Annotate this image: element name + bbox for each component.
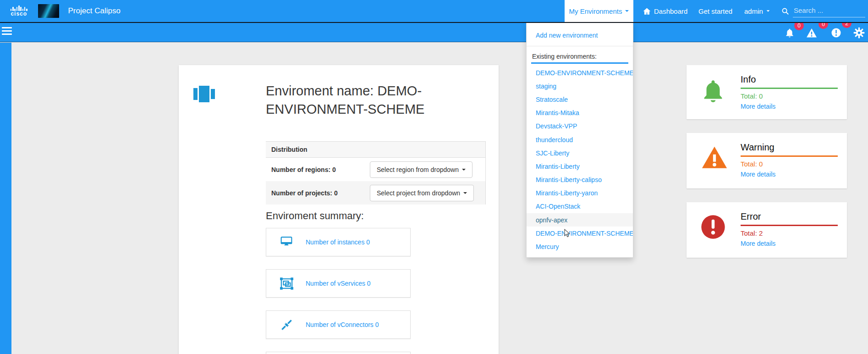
environment-item[interactable]: ACI-OpenStack bbox=[527, 200, 633, 213]
settings-gear-icon[interactable] bbox=[853, 27, 865, 40]
error-card-total: Total: 2 bbox=[741, 229, 838, 237]
nav-dashboard-link[interactable]: Dashboard bbox=[643, 0, 687, 22]
environments-dropdown-menu: Add new environment Existing environment… bbox=[526, 23, 633, 258]
environment-item[interactable]: Mirantis-Liberty bbox=[527, 160, 633, 173]
dropdown-header-rule bbox=[531, 62, 628, 64]
caret-down-icon bbox=[625, 10, 629, 12]
environment-item[interactable]: Devstack-VPP bbox=[527, 120, 633, 133]
caret-down-icon bbox=[462, 169, 466, 171]
existing-environments-header: Existing environments: bbox=[527, 50, 633, 62]
errors-circle-icon[interactable] bbox=[831, 28, 841, 40]
nav-admin-label: admin bbox=[744, 7, 763, 15]
nav-dashboard-label: Dashboard bbox=[654, 7, 687, 15]
regions-label: Number of regions: 0 bbox=[271, 166, 370, 173]
vconnectors-summary-card[interactable]: Number of vConnectors 0 bbox=[266, 310, 411, 339]
select-region-dropdown-button[interactable]: Select region from dropdown bbox=[370, 161, 472, 178]
warning-card-total: Total: 0 bbox=[741, 160, 838, 168]
environment-item-hovered[interactable]: opnfv-apex bbox=[527, 213, 633, 227]
error-circle-icon bbox=[700, 211, 741, 249]
info-card-title: Info bbox=[741, 74, 838, 89]
select-project-label: Select project from dropdown bbox=[377, 189, 460, 197]
dropdown-divider bbox=[527, 46, 633, 46]
warning-card-title: Warning bbox=[741, 142, 838, 157]
info-card: Info Total: 0 More details bbox=[687, 65, 847, 119]
caret-down-icon bbox=[766, 10, 769, 11]
info-more-details-link[interactable]: More details bbox=[741, 103, 838, 110]
error-more-details-link[interactable]: More details bbox=[741, 240, 838, 247]
brand-thumbnail bbox=[38, 4, 59, 18]
environment-item[interactable]: staging bbox=[527, 79, 633, 93]
instances-monitor-icon bbox=[278, 236, 295, 248]
vconnectors-link[interactable]: Number of vConnectors 0 bbox=[306, 321, 379, 328]
environment-summary-heading: Enviroment summary: bbox=[266, 210, 364, 222]
mouse-cursor bbox=[561, 228, 571, 238]
cisco-logo: cisco bbox=[10, 6, 28, 17]
environment-item[interactable]: thundercloud bbox=[527, 133, 633, 146]
navbar-separator bbox=[0, 22, 868, 23]
cisco-logo-text: cisco bbox=[11, 11, 27, 17]
vservices-link[interactable]: Number of vServices 0 bbox=[306, 280, 371, 287]
brand-area: cisco Project Calipso bbox=[10, 0, 121, 22]
search-input[interactable] bbox=[793, 5, 865, 17]
sidebar-strip bbox=[0, 43, 11, 354]
summary-card-partial[interactable] bbox=[266, 352, 411, 354]
environment-item[interactable]: Mercury bbox=[527, 240, 633, 253]
environment-item[interactable]: Mirantis-Liberty-calipso bbox=[527, 173, 633, 187]
regions-row: Number of regions: 0 Select region from … bbox=[266, 158, 485, 181]
environment-icon bbox=[193, 86, 215, 102]
distribution-header: Distribution bbox=[266, 141, 485, 158]
caret-down-icon bbox=[463, 192, 467, 194]
info-bell-icon bbox=[700, 74, 741, 111]
notifications-bell-icon[interactable] bbox=[785, 28, 795, 40]
warning-triangle-icon bbox=[700, 142, 741, 180]
projects-row: Number of projects: 0 Select project fro… bbox=[266, 181, 485, 205]
top-navbar: cisco Project Calipso My Environments Da… bbox=[0, 0, 868, 22]
warnings-triangle-icon[interactable] bbox=[806, 28, 818, 40]
warning-more-details-link[interactable]: More details bbox=[741, 171, 838, 178]
warning-card: Warning Total: 0 More details bbox=[687, 133, 847, 188]
my-environments-toggle[interactable]: My Environments bbox=[565, 0, 633, 22]
home-icon bbox=[643, 7, 651, 16]
nav-get-started-link[interactable]: Get started bbox=[698, 0, 732, 22]
error-card-title: Error bbox=[741, 211, 838, 226]
app-title: Project Calipso bbox=[68, 6, 121, 16]
distribution-table: Distribution Number of regions: 0 Select… bbox=[266, 141, 486, 205]
info-card-total: Total: 0 bbox=[741, 92, 838, 100]
select-project-dropdown-button[interactable]: Select project from dropdown bbox=[370, 185, 474, 201]
projects-label: Number of projects: 0 bbox=[271, 189, 370, 197]
add-new-environment-link[interactable]: Add new environment bbox=[527, 28, 633, 42]
error-card: Error Total: 2 More details bbox=[687, 202, 847, 258]
search-area bbox=[781, 0, 865, 22]
environment-item[interactable]: Stratoscale bbox=[527, 93, 633, 106]
environment-item[interactable]: SJC-Liberty bbox=[527, 146, 633, 160]
environment-title: Enviroment name: DEMO-ENVIRONMENT-SCHEME bbox=[266, 82, 472, 118]
vservices-group-icon bbox=[278, 277, 295, 291]
menu-hamburger-icon[interactable] bbox=[2, 27, 12, 37]
vservices-summary-card[interactable]: Number of vServices 0 bbox=[266, 269, 411, 298]
my-environments-label: My Environments bbox=[569, 7, 622, 15]
environment-item[interactable]: Mirantis-Mitaka bbox=[527, 106, 633, 120]
select-region-label: Select region from dropdown bbox=[377, 166, 459, 173]
instances-link[interactable]: Number of instances 0 bbox=[306, 238, 370, 246]
status-bar bbox=[0, 23, 868, 42]
search-icon bbox=[781, 7, 789, 15]
environment-item[interactable]: DEMO-ENVIRONMENT-SCHEME bbox=[527, 66, 633, 79]
environment-item[interactable]: Mirantis-Liberty-yaron bbox=[527, 187, 633, 200]
vconnectors-compress-icon bbox=[278, 319, 295, 331]
status-cards-column: Info Total: 0 More details Warning Total… bbox=[687, 65, 847, 258]
instances-summary-card[interactable]: Number of instances 0 bbox=[266, 228, 411, 256]
environment-item[interactable]: DEMO-ENVIRONMENT-SCHEME bbox=[527, 227, 633, 240]
nav-admin-menu[interactable]: admin bbox=[744, 0, 770, 22]
